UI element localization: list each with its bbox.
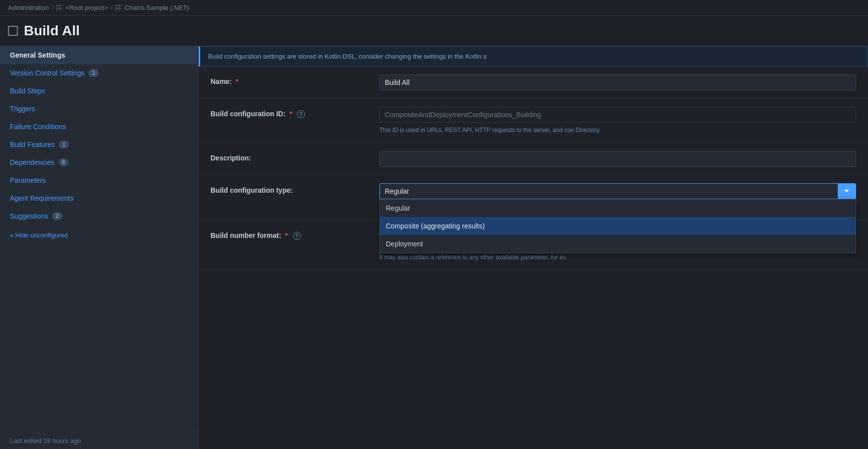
info-banner: Build configuration settings are stored …	[199, 46, 868, 67]
name-required: *	[236, 77, 238, 85]
sidebar-item-agent-requirements[interactable]: Agent Requirements	[0, 189, 198, 207]
chains-sample-icon	[116, 5, 122, 11]
sidebar-item-suggestions[interactable]: Suggestions 2	[0, 207, 198, 225]
form-area: Name: * Build configuration ID: * ? This…	[199, 67, 868, 280]
build-number-note2: It may also contain a reference to any o…	[379, 253, 856, 262]
config-id-row: Build configuration ID: * ? This ID is u…	[199, 99, 868, 143]
config-id-label: Build configuration ID: * ?	[211, 107, 369, 118]
sidebar-item-general-settings[interactable]: General Settings	[0, 46, 198, 64]
build-number-required: *	[285, 231, 288, 239]
sidebar-item-build-steps[interactable]: Build Steps	[0, 82, 198, 100]
name-row: Name: *	[199, 67, 868, 99]
page-title: Build All	[24, 23, 80, 39]
config-id-required: *	[289, 110, 292, 118]
build-config-type-control: Regular Regular Composite (aggregating r…	[379, 183, 856, 212]
version-control-badge: 1	[88, 69, 99, 77]
breadcrumb: Administration / <Root project> / Chains…	[0, 0, 868, 16]
breadcrumb-chains-sample[interactable]: Chains Sample (.NET)	[125, 4, 189, 11]
config-id-control: This ID is used in URLs, REST API, HTTP …	[379, 107, 856, 135]
root-project-icon	[57, 5, 63, 11]
config-id-input[interactable]	[379, 107, 856, 123]
option-composite[interactable]: Composite (aggregating results)	[380, 217, 856, 235]
build-number-format-label: Build number format: * ?	[211, 228, 369, 240]
description-label: Description:	[211, 151, 369, 162]
option-deployment[interactable]: Deployment	[380, 235, 856, 253]
name-label: Name: *	[211, 75, 369, 85]
sidebar: General Settings Version Control Setting…	[0, 46, 199, 449]
sidebar-item-dependencies[interactable]: Dependencies 6	[0, 153, 198, 171]
build-config-type-label: Build configuration type:	[211, 183, 369, 194]
sidebar-item-failure-conditions[interactable]: Failure Conditions	[0, 118, 198, 136]
config-id-helper: This ID is used in URLs, REST API, HTTP …	[379, 126, 856, 135]
build-features-badge: 1	[59, 141, 69, 149]
sidebar-footer: Last edited 18 hours ago	[0, 431, 198, 449]
description-control	[379, 151, 856, 167]
hide-unconfigured-link[interactable]: « Hide unconfigured	[10, 231, 68, 239]
page-header: Build All	[0, 16, 868, 46]
build-config-type-row: Build configuration type: Regular Regula…	[199, 175, 868, 221]
suggestions-badge: 2	[52, 212, 63, 220]
name-input[interactable]	[379, 75, 856, 90]
sidebar-item-version-control[interactable]: Version Control Settings 1	[0, 64, 198, 82]
description-input[interactable]	[379, 151, 856, 167]
option-regular[interactable]: Regular	[380, 199, 856, 217]
dropdown-arrow-icon	[838, 184, 856, 199]
breadcrumb-root-project[interactable]: <Root project>	[66, 4, 108, 11]
description-row: Description:	[199, 143, 868, 175]
sidebar-item-triggers[interactable]: Triggers	[0, 100, 198, 118]
config-id-help-icon[interactable]: ?	[297, 110, 305, 118]
dependencies-badge: 6	[59, 158, 69, 166]
sidebar-nav: General Settings Version Control Setting…	[0, 46, 198, 225]
build-number-help-icon[interactable]: ?	[293, 232, 301, 240]
main-layout: General Settings Version Control Setting…	[0, 46, 868, 449]
build-config-type-dropdown-wrapper: Regular Regular Composite (aggregating r…	[379, 183, 856, 199]
sidebar-item-parameters[interactable]: Parameters	[0, 171, 198, 189]
breadcrumb-administration[interactable]: Administration	[8, 4, 49, 11]
build-all-checkbox-icon	[8, 26, 18, 36]
build-config-type-options: Regular Composite (aggregating results) …	[379, 199, 856, 253]
name-control	[379, 75, 856, 90]
build-config-type-selected[interactable]: Regular	[379, 183, 856, 199]
content-area: Build configuration settings are stored …	[199, 46, 868, 449]
sidebar-item-build-features[interactable]: Build Features 1	[0, 136, 198, 153]
